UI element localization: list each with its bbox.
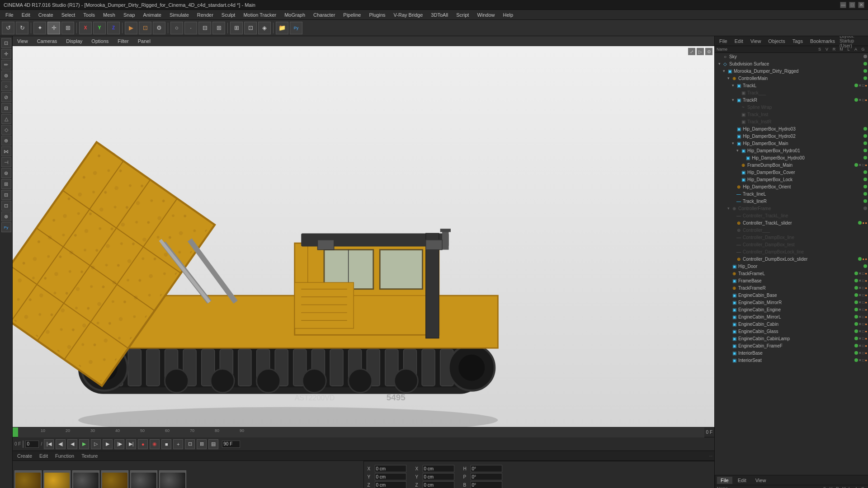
timeline-ruler[interactable]: 10 20 30 40 50 60 70 80 90	[18, 427, 704, 437]
tree-item-track-instr[interactable]: ▣ Track_InstR	[715, 118, 868, 125]
tree-arrow-trackl[interactable]: ▾	[730, 83, 736, 88]
tree-item-hydro02[interactable]: ▣ Hip_DamperBox_Hydro02	[715, 132, 868, 140]
tree-item-hydro03[interactable]: ▣ Hip_DamperBox_Hydro03	[715, 125, 868, 132]
tree-item-engine-framef[interactable]: ▣ EngineCabin_FrameF ✕ □ ●	[715, 342, 868, 349]
tree-item-trackframel[interactable]: ⊕ TrackFrameL ✕ □ ●	[715, 270, 868, 277]
vp-menu-display[interactable]: Display	[63, 38, 85, 45]
toolbar-undo[interactable]: ↺	[2, 22, 14, 34]
size-h-input[interactable]	[471, 465, 502, 472]
rot-z-input[interactable]	[423, 481, 454, 488]
playback-add-key[interactable]: +	[173, 439, 183, 449]
playback-timeline[interactable]: ▤	[208, 439, 218, 449]
menu-render[interactable]: Render	[193, 11, 217, 19]
tree-item-ctrl-damp-test[interactable]: — Controller_DampBox_test	[715, 241, 868, 248]
menu-mograph[interactable]: MoGraph	[281, 11, 309, 19]
menu-plugins[interactable]: Plugins	[365, 11, 389, 19]
toolbar-scale[interactable]: ⊞	[61, 22, 74, 34]
tree-item-damperorient[interactable]: ⊕ Hip_DamperBox_Orient	[715, 183, 868, 190]
tree-item-interior-base[interactable]: ▣ InteriorBase ✕ □ ●	[715, 349, 868, 357]
menu-window[interactable]: Window	[473, 11, 498, 19]
tree-arrow-morooka[interactable]: ▾	[721, 69, 726, 73]
vp-menu-cameras[interactable]: Cameras	[34, 38, 60, 45]
tree-item-engine-engine[interactable]: ▣ EngineCabin_Engine ✕ □ ●	[715, 306, 868, 313]
tool-paint[interactable]: ✏	[1, 60, 11, 70]
tree-item-dampercover[interactable]: ▣ Hip_DamperBox_Cover	[715, 169, 868, 176]
tool-bevel[interactable]: ◇	[1, 125, 11, 135]
tree-item-track-linel[interactable]: — Track_lineL	[715, 190, 868, 197]
size-b-input[interactable]	[471, 481, 502, 488]
tool-move[interactable]: ✛	[1, 49, 11, 59]
playback-to-start[interactable]: |◀	[44, 439, 54, 449]
tree-item-framedumpbox[interactable]: ⊕ FrameDumpBox_Main ✕ □ ●	[715, 161, 868, 169]
tree-arrow-controllermain[interactable]: ▾	[726, 76, 731, 80]
tree-item-ctrl-damp-line[interactable]: — Controller_DampBox_line	[715, 234, 868, 241]
close-button[interactable]: ✕	[858, 2, 864, 8]
tree-item-engine-mirrorr[interactable]: ▣ EngineCabin_MirrorR ✕ □ ●	[715, 299, 868, 306]
playback-record-auto[interactable]: ◉	[150, 439, 160, 449]
pos-z-input[interactable]	[375, 481, 406, 488]
tree-arrow-dampermain[interactable]: ▾	[730, 141, 736, 145]
tree-item-engine-cabin[interactable]: ▣ EngineCabin_Cabin ✕ □ ●	[715, 320, 868, 328]
tool-magnet[interactable]: ⊗	[1, 211, 11, 221]
tree-item-track-inst[interactable]: ▣ Track_Inst	[715, 111, 868, 118]
tree-item-hip-door[interactable]: ▣ Hip_Door	[715, 263, 868, 270]
playback-preview[interactable]: ⊡	[185, 439, 195, 449]
rph-bookmarks[interactable]: Bookmarks	[807, 38, 838, 45]
tree-item-track-liner[interactable]: — Track_lineR	[715, 197, 868, 205]
tree-item-ctrl-dim[interactable]: ⊕ Controller___	[715, 226, 868, 234]
playback-prev-frame[interactable]: ◀	[67, 439, 77, 449]
mat-function[interactable]: Function	[52, 452, 77, 460]
menu-help[interactable]: Help	[500, 11, 517, 19]
menu-animate[interactable]: Animate	[140, 11, 165, 19]
playback-play[interactable]: ▶	[79, 439, 89, 449]
tree-item-trackr[interactable]: ▾ ▣ TrackR ✕ □ ●	[715, 96, 868, 103]
toolbar-object-mode[interactable]: ○	[170, 22, 183, 34]
playback-motion-system[interactable]: ⊞	[197, 439, 207, 449]
toolbar-x-axis[interactable]: X	[79, 22, 92, 34]
material-swatch-4[interactable]: Interi	[130, 470, 157, 488]
playback-next-frame[interactable]: ▶	[103, 439, 113, 449]
tree-item-ctrl-trackl-slider[interactable]: ⊕ Controller_TrackL_slider ● ●	[715, 219, 868, 226]
rph-file[interactable]: File	[717, 38, 730, 45]
tree-item-track-dim1[interactable]: ▣ Track___	[715, 89, 868, 96]
tree-item-interior-seat[interactable]: ▣ InteriorSeat ✕ □ ●	[715, 357, 868, 364]
tree-item-damperlock[interactable]: ▣ Hip_DamperBox_Lock	[715, 176, 868, 183]
mat-create[interactable]: Create	[14, 452, 35, 460]
tree-item-trackframer[interactable]: ⊕ TrackFrameR ✕ □ ●	[715, 284, 868, 291]
vp-settings[interactable]: ⚙	[705, 48, 712, 55]
pos-y-input[interactable]	[375, 473, 406, 480]
toolbar-render[interactable]: ▶	[125, 22, 137, 34]
tool-brush[interactable]: ⊛	[1, 70, 11, 80]
tool-weld[interactable]: ⊕	[1, 136, 11, 145]
playback-stop[interactable]: ■	[161, 439, 171, 449]
tool-loop[interactable]: ⊟	[1, 103, 11, 113]
material-swatch-3[interactable]: Fram	[101, 470, 128, 488]
tool-bridge[interactable]: ⋈	[1, 146, 11, 156]
tool-layer[interactable]: ⊡	[1, 201, 11, 211]
minimize-button[interactable]: —	[840, 2, 846, 8]
tool-measure[interactable]: ⊞	[1, 179, 11, 189]
rph-edit[interactable]: Edit	[732, 38, 746, 45]
playback-prev-key[interactable]: ◀|	[56, 439, 66, 449]
tree-arrow-subdivision[interactable]: ▾	[717, 61, 722, 66]
toolbar-move[interactable]: ✛	[47, 22, 60, 34]
viewport[interactable]: AST2200VD 5495	[13, 46, 714, 427]
toolbar-grid[interactable]: ⊞	[230, 22, 243, 34]
tree-item-engine-glass[interactable]: ▣ EngineCabin_Glass ✕ □ ●	[715, 328, 868, 335]
material-swatch-0[interactable]: Engi	[14, 470, 42, 488]
vp-menu-view[interactable]: View	[14, 38, 31, 45]
fps-end-input[interactable]	[222, 441, 240, 448]
tool-sculpt[interactable]: ⊛	[1, 168, 11, 178]
menu-sculpt[interactable]: Sculpt	[218, 11, 239, 19]
tree-arrow-controllerframe[interactable]: ▾	[726, 206, 731, 211]
tree-item-framebase[interactable]: ▣ FrameBase ✕ □ ●	[715, 277, 868, 284]
tool-python-bottom[interactable]: Py	[1, 222, 11, 232]
tool-mirror[interactable]: ⊣	[1, 157, 11, 167]
playback-to-end[interactable]: ▶|	[126, 439, 136, 449]
tool-select[interactable]: ⊡	[1, 38, 11, 48]
pos-x-input[interactable]	[375, 465, 406, 472]
toolbar-poly-mode[interactable]: ⊞	[212, 22, 225, 34]
tree-arrow-hydro01[interactable]: ▾	[735, 148, 740, 153]
playback-next-key[interactable]: |▶	[114, 439, 124, 449]
menu-vray[interactable]: V-Ray Bridge	[390, 11, 427, 19]
